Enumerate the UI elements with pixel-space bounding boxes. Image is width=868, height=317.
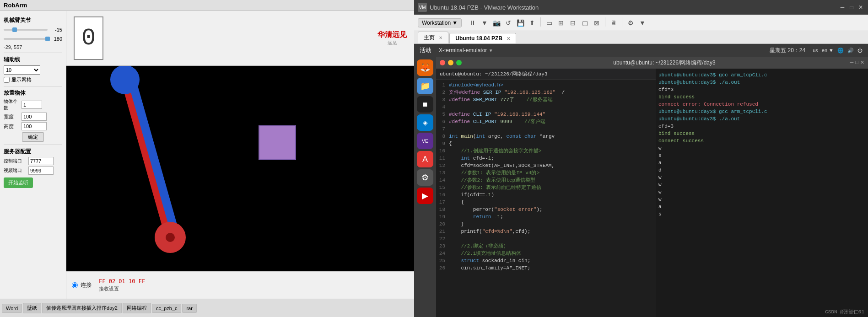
csdn-watermark: CSDN @张智仁01 xyxy=(825,308,864,315)
output-line-5: connect error: Connection refused xyxy=(658,101,865,108)
files-dock-icon[interactable]: 📁 xyxy=(417,78,433,94)
code-line-15: 15 //参数3: 表示前面已经特定了通信 xyxy=(436,184,656,191)
code-lines: 1#include<myhead.h> 2文件#define SER_IP "1… xyxy=(436,80,656,317)
toolbar-divider1 xyxy=(540,17,541,27)
port-label: 控制端口 xyxy=(4,158,27,164)
code-line-26: 26 cin.sin_family=AF_INET; xyxy=(436,264,656,272)
video-input[interactable] xyxy=(28,167,54,175)
toolbar-dropdown1[interactable]: ▼ xyxy=(479,17,490,28)
connect-radio[interactable] xyxy=(72,282,78,288)
aux-select[interactable]: 10 20 50 xyxy=(4,65,40,75)
network-indicator: 🌐 xyxy=(837,48,844,54)
output-line-7: ubuntu@ubuntu:day3$ ./a.out xyxy=(658,115,865,123)
taskbar-pzb[interactable]: cc_pzb_c xyxy=(152,304,181,313)
tab-home-close[interactable]: ✕ xyxy=(439,35,442,40)
width-row: 宽度 xyxy=(4,113,62,121)
slider1-value: -15 xyxy=(49,27,62,32)
code-line-16: 16 if(cfd==-1) xyxy=(436,191,656,199)
width-input[interactable] xyxy=(22,113,47,121)
code-line-17: 17 { xyxy=(436,199,656,206)
tab-ubuntu-close[interactable]: ✕ xyxy=(507,36,510,41)
start-button[interactable]: 开始监听 xyxy=(4,177,33,188)
save-button[interactable]: 💾 xyxy=(515,17,526,28)
code-line-19: 19 return -1; xyxy=(436,213,656,220)
terminal-dock-icon[interactable]: ■ xyxy=(417,96,433,113)
vmware-toolbar: Workstation ▼ ⏸ ▼ 📷 ↺ 💾 ⬆ ▭ ⊞ ⊟ ▢ ⊠ 🖥 ⚙ … xyxy=(414,15,868,31)
settings-dock-icon[interactable]: ⚙ xyxy=(417,169,433,186)
app1-dock-icon[interactable]: A xyxy=(417,151,433,167)
toolbar-divider2 xyxy=(605,17,605,27)
code-line-11: 11 int cfd=-1; xyxy=(436,155,656,162)
height-row: 高度 xyxy=(4,122,62,130)
ubuntu-activities[interactable]: 活动 xyxy=(420,46,431,54)
huaqing-subtitle: 远见 xyxy=(388,40,397,46)
view3-button[interactable]: ⊟ xyxy=(567,17,578,28)
terminal-maximize-btn[interactable]: □ xyxy=(855,59,858,65)
aux-section-title: 辅助线 xyxy=(4,56,62,64)
settings-button[interactable]: ⚙ xyxy=(625,17,636,28)
view2-button[interactable]: ⊞ xyxy=(555,17,566,28)
workstation-label: Workstation xyxy=(422,20,451,26)
code-line-13: 13 //参数1: 表示使用的是IP v4的> xyxy=(436,169,656,177)
media-dock-icon[interactable]: ▶ xyxy=(417,188,433,204)
output-line-20: s xyxy=(658,210,865,218)
taskbar-network[interactable]: 网络编程 xyxy=(123,303,151,313)
maximize-button[interactable]: □ xyxy=(848,4,855,11)
close-button[interactable]: ✕ xyxy=(857,4,864,11)
place-section-title: 放置物体 xyxy=(4,89,62,97)
taskbar-wallpaper[interactable]: 壁纸 xyxy=(23,303,41,313)
canvas-area: 0 华清远见 远见 xyxy=(66,11,414,299)
canvas-3d[interactable] xyxy=(66,66,414,271)
ve-dock-icon[interactable]: VE xyxy=(417,133,433,149)
terminal-close-btn[interactable]: ✕ xyxy=(860,59,864,65)
pause-button[interactable]: ⏸ xyxy=(467,17,478,28)
ubuntu-body: 活动 X-terminal-emulator ▼ 星期五 20：24 us en… xyxy=(414,44,868,317)
view4-button[interactable]: ▢ xyxy=(579,17,590,28)
upload-button[interactable]: ⬆ xyxy=(527,17,538,28)
minimize-control[interactable] xyxy=(448,60,453,65)
tab-home[interactable]: 主页 ✕ xyxy=(418,32,448,43)
tab-ubuntu[interactable]: Ubuntu 18.04 PZB ✕ xyxy=(449,33,516,43)
height-input[interactable] xyxy=(22,122,47,130)
grid-checkbox[interactable] xyxy=(4,77,10,83)
slider2[interactable] xyxy=(4,35,48,43)
restore-button[interactable]: ↺ xyxy=(503,17,514,28)
taskbar-rar[interactable]: rar xyxy=(182,304,196,313)
count-label: 物体个数 xyxy=(4,98,20,111)
output-line-17: w xyxy=(658,188,865,196)
ubuntu-clock: 星期五 20：24 xyxy=(770,47,805,54)
monitor-button[interactable]: 🖥 xyxy=(608,17,619,28)
screenshot-button[interactable]: 📷 xyxy=(491,17,502,28)
grid-label: 显示网格 xyxy=(11,76,32,83)
hex-display-container: FF 02 01 10 FF 接收设置 xyxy=(99,278,145,292)
taskbar-sort[interactable]: 值传递原理圆直接插入排序day2 xyxy=(42,303,122,313)
workstation-button[interactable]: Workstation ▼ xyxy=(418,18,462,27)
minimize-button[interactable]: ─ xyxy=(839,4,846,11)
vmware-titlebar: VM Ubuntu 18.04 PZB - VMware Workstation… xyxy=(414,0,868,15)
firefox-dock-icon[interactable]: 🦊 xyxy=(417,59,433,76)
volume-indicator: 🔊 xyxy=(847,48,854,54)
connect-label: 连接 xyxy=(81,281,92,289)
slider1-thumb[interactable] xyxy=(12,27,17,32)
output-line-4: bind success xyxy=(658,93,865,101)
vmware-window: VM Ubuntu 18.04 PZB - VMware Workstation… xyxy=(414,0,868,317)
slider1-container: -15 xyxy=(4,26,62,33)
toolbar-dropdown2[interactable]: ▼ xyxy=(637,17,648,28)
close-control[interactable] xyxy=(440,60,445,65)
code-header: ubuntu@ubuntu: ~/231226/网络编程/day3 xyxy=(436,69,656,80)
confirm-button[interactable]: 确定 xyxy=(22,132,44,142)
taskbar: Word 壁纸 值传递原理圆直接插入排序day2 网络编程 cc_pzb_c r… xyxy=(0,299,414,317)
view1-button[interactable]: ▭ xyxy=(544,17,555,28)
terminal-minimize-btn[interactable]: ─ xyxy=(850,59,854,65)
video-label: 视频端口 xyxy=(4,167,27,174)
maximize-control[interactable] xyxy=(456,60,462,65)
robarm-title: RobArm xyxy=(4,2,27,9)
view5-button[interactable]: ⊠ xyxy=(591,17,602,28)
slider1[interactable] xyxy=(4,26,48,33)
taskbar-word[interactable]: Word xyxy=(2,304,22,313)
vscode-dock-icon[interactable]: ◈ xyxy=(417,114,433,131)
port-input[interactable] xyxy=(28,157,54,165)
count-input[interactable] xyxy=(22,101,42,109)
code-line-4: 4 xyxy=(436,103,656,111)
slider2-thumb[interactable] xyxy=(45,37,50,41)
